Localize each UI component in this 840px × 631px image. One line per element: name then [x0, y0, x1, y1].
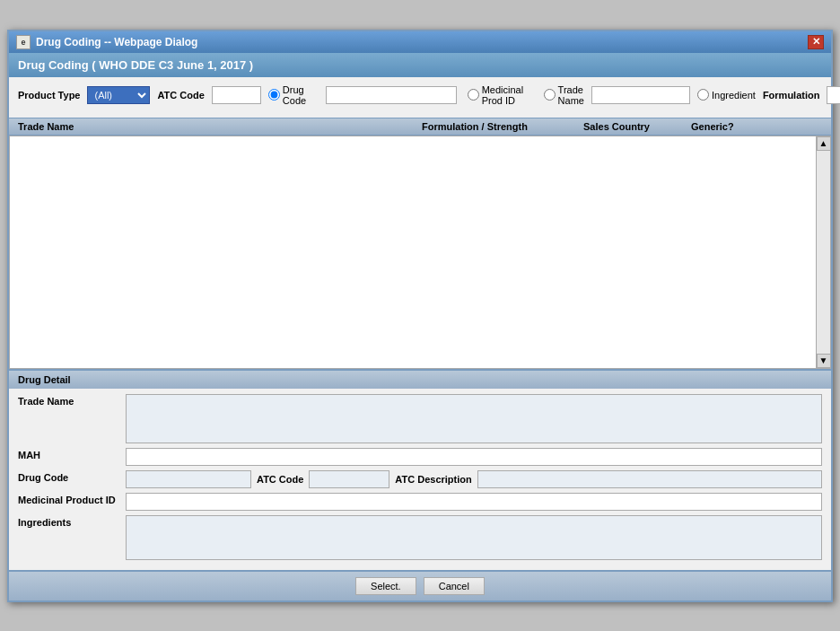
formulation-label: Formulation [763, 90, 820, 101]
search-section: Product Type (All) Branded Generic ATC C… [9, 77, 831, 118]
scroll-up-button[interactable]: ▲ [817, 136, 831, 151]
results-body[interactable]: ▲ ▼ [9, 136, 831, 369]
dialog-header: Drug Coding ( WHO DDE C3 June 1, 2017 ) [9, 53, 831, 77]
detail-drug-code-input[interactable] [126, 470, 251, 488]
drug-detail-section: Drug Detail Trade Name MAH Drug Code ATC… [9, 369, 831, 570]
radio-medicinal-label: Medicinal Prod ID [482, 84, 537, 106]
drug-code-input[interactable] [326, 86, 457, 104]
detail-trade-name-input[interactable] [126, 394, 822, 443]
radio-medicinal-input[interactable] [468, 89, 479, 101]
dialog-title: Drug Coding ( WHO DDE C3 June 1, 2017 ) [18, 58, 253, 72]
scrollbar[interactable]: ▲ ▼ [816, 136, 830, 368]
product-type-label: Product Type [18, 90, 80, 101]
dialog-window: e Drug Coding -- Webpage Dialog ✕ Drug C… [7, 30, 833, 602]
col-header-formulation: Formulation / Strength [422, 121, 583, 132]
title-bar: e Drug Coding -- Webpage Dialog ✕ [9, 31, 831, 53]
cancel-button[interactable]: Cancel [424, 577, 485, 595]
formulation-input[interactable] [827, 86, 840, 104]
radio-ingredient-input[interactable] [697, 89, 709, 101]
atc-code-input[interactable] [212, 86, 261, 104]
detail-atc-desc-input[interactable] [477, 470, 822, 488]
footer-section: Select. Cancel [9, 570, 831, 600]
radio-drug-code[interactable]: Drug Code [268, 84, 315, 106]
detail-trade-name-label: Trade Name [18, 394, 126, 407]
radio-ingredient-label: Ingredient [712, 90, 756, 101]
detail-ingredients-input[interactable] [126, 515, 822, 560]
trade-name-row: Trade Name [18, 394, 822, 443]
scroll-down-button[interactable]: ▼ [817, 354, 831, 368]
radio-drug-code-input[interactable] [268, 89, 280, 101]
radio-ingredient[interactable]: Ingredient [697, 89, 756, 101]
detail-medicinal-input[interactable] [126, 493, 822, 511]
drug-detail-content: Trade Name MAH Drug Code ATC Code ATC De… [9, 389, 831, 570]
close-button[interactable]: ✕ [808, 35, 824, 49]
col-header-sales-country: Sales Country [583, 121, 691, 132]
product-type-select[interactable]: (All) Branded Generic [87, 86, 150, 104]
radio-trade-name-input[interactable] [544, 89, 556, 101]
radio-trade-name-label: Trade Name [558, 84, 584, 106]
search-row1: Product Type (All) Branded Generic ATC C… [18, 84, 822, 106]
detail-mah-input[interactable] [126, 448, 822, 466]
detail-mah-label: MAH [18, 448, 126, 460]
window-title: Drug Coding -- Webpage Dialog [36, 36, 197, 48]
detail-atc-code-label: ATC Code [257, 474, 303, 485]
app-icon: e [16, 35, 31, 49]
radio-drug-code-label: Drug Code [283, 84, 315, 106]
drug-code-fields: ATC Code ATC Description [126, 470, 822, 488]
trade-name-input[interactable] [591, 86, 690, 104]
radio-medicinal[interactable]: Medicinal Prod ID [468, 84, 537, 106]
col-header-generic: Generic? [691, 121, 822, 132]
mah-row: MAH [18, 448, 822, 466]
radio-group: Drug Code Medicinal Prod ID [268, 84, 537, 106]
ingredients-row: Ingredients [18, 515, 822, 560]
radio-trade-name[interactable]: Trade Name [544, 84, 584, 106]
detail-drug-code-label: Drug Code [18, 470, 126, 483]
results-table-header: Trade Name Formulation / Strength Sales … [9, 118, 831, 136]
drug-code-row: Drug Code ATC Code ATC Description [18, 470, 822, 488]
detail-atc-desc-label: ATC Description [395, 474, 471, 485]
title-bar-left: e Drug Coding -- Webpage Dialog [16, 35, 197, 49]
medicinal-product-id-row: Medicinal Product ID [18, 493, 822, 511]
detail-atc-code-input[interactable] [309, 470, 389, 488]
atc-code-label: ATC Code [157, 90, 204, 101]
select-button[interactable]: Select. [355, 577, 416, 595]
drug-detail-header: Drug Detail [9, 371, 831, 389]
detail-ingredients-label: Ingredients [18, 515, 126, 528]
col-header-trade-name: Trade Name [18, 121, 422, 132]
detail-medicinal-label: Medicinal Product ID [18, 493, 126, 505]
